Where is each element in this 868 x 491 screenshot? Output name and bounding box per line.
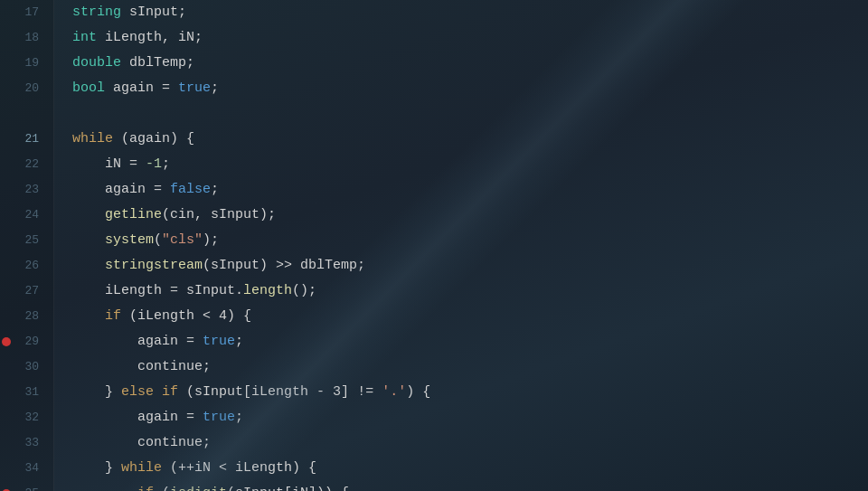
code-token: system xyxy=(105,228,154,253)
line-number xyxy=(0,101,44,127)
editor-window: 1718192021▸22232425262728293031323334353… xyxy=(0,0,868,491)
code-token: int xyxy=(72,25,97,51)
code-token: < xyxy=(203,304,211,329)
code-token: "cls" xyxy=(162,228,203,253)
line-number: 30 xyxy=(0,354,44,380)
code-content-area: string sInput;int iLength, iN;double dbl… xyxy=(54,0,868,491)
code-token xyxy=(72,481,137,491)
code-token: again xyxy=(105,76,162,101)
code-token: if xyxy=(137,481,154,491)
code-line: bool again = true; xyxy=(72,76,868,101)
line-number: 35 xyxy=(0,481,44,491)
line-number: 29 xyxy=(0,329,44,354)
code-token: = xyxy=(129,152,137,177)
code-token xyxy=(373,380,382,405)
code-token: length xyxy=(243,279,292,304)
code-token: (sInput) >> dblTemp; xyxy=(203,253,365,279)
code-line: if (iLength < 4) { xyxy=(72,304,868,329)
code-token: 4) { xyxy=(211,304,251,329)
code-token: (); xyxy=(292,279,316,304)
code-token: isdigit xyxy=(170,481,227,491)
code-line: getline(cin, sInput); xyxy=(72,203,868,228)
code-token: dblTemp; xyxy=(121,51,194,76)
code-token: ; xyxy=(211,177,219,203)
code-token: if xyxy=(162,380,178,405)
code-token: ); xyxy=(203,228,219,253)
code-token: iLength) { xyxy=(227,456,316,481)
code-token: = xyxy=(154,177,162,203)
code-token: if xyxy=(105,304,121,329)
code-token xyxy=(72,228,105,253)
code-token: -1 xyxy=(146,152,162,177)
code-token xyxy=(194,329,203,354)
code-token xyxy=(72,203,105,228)
line-number: 21▸ xyxy=(0,127,44,152)
code-token: getline xyxy=(105,203,162,228)
code-line: iLength = sInput.length(); xyxy=(72,279,868,304)
code-line: again = true; xyxy=(72,405,868,430)
code-line: iN = -1; xyxy=(72,152,868,177)
code-line xyxy=(72,101,868,127)
code-token: continue; xyxy=(72,354,211,380)
code-token: while xyxy=(121,456,162,481)
code-token: sInput. xyxy=(178,279,243,304)
code-token: (sInput[iN])) { xyxy=(227,481,349,491)
line-number: 33 xyxy=(0,430,44,456)
code-line: double dblTemp; xyxy=(72,51,868,76)
code-token: } xyxy=(72,456,121,481)
code-token: ; xyxy=(211,76,219,101)
code-token xyxy=(170,76,178,101)
line-number: 18 xyxy=(0,25,44,51)
line-number: 17 xyxy=(0,0,44,25)
code-line: system("cls"); xyxy=(72,228,868,253)
code-token: iLength, iN; xyxy=(97,25,203,51)
code-token: ; xyxy=(162,152,170,177)
code-line: int iLength, iN; xyxy=(72,25,868,51)
code-line: continue; xyxy=(72,430,868,456)
code-line: while (again) { xyxy=(72,127,868,152)
code-token: (sInput[iLength xyxy=(178,380,316,405)
code-token: string xyxy=(72,0,121,25)
code-token: = xyxy=(162,76,170,101)
code-token: ; xyxy=(235,405,243,430)
line-number: 20 xyxy=(0,76,44,101)
line-number: 26 xyxy=(0,253,44,279)
code-token: ( xyxy=(154,481,170,491)
code-token: stringstream xyxy=(105,253,203,279)
code-line: continue; xyxy=(72,354,868,380)
code-line: string sInput; xyxy=(72,0,868,25)
line-number: 22 xyxy=(0,152,44,177)
code-token: ( xyxy=(154,228,162,253)
code-token: - xyxy=(316,380,325,405)
breakpoint-marker[interactable] xyxy=(2,337,11,346)
code-token: false xyxy=(170,177,211,203)
code-token: bool xyxy=(72,76,105,101)
code-token: iN xyxy=(72,152,129,177)
code-token: ) { xyxy=(406,380,430,405)
code-token: again xyxy=(72,405,186,430)
code-token xyxy=(137,152,146,177)
code-token: = xyxy=(186,405,194,430)
code-token: 3] xyxy=(325,380,357,405)
code-token: (iLength xyxy=(121,304,203,329)
code-token: = xyxy=(170,279,178,304)
code-token: (++iN xyxy=(162,456,219,481)
code-token: (cin, sInput); xyxy=(162,203,276,228)
line-numbers-gutter: 1718192021▸22232425262728293031323334353… xyxy=(0,0,54,491)
code-line: } else if (sInput[iLength - 3] != '.') { xyxy=(72,380,868,405)
code-token xyxy=(162,177,170,203)
code-token: true xyxy=(203,405,235,430)
code-token: != xyxy=(357,380,373,405)
code-token: '.' xyxy=(382,380,406,405)
code-token: else xyxy=(121,380,154,405)
code-token: ; xyxy=(235,329,243,354)
line-number: 25 xyxy=(0,228,44,253)
line-number: 31 xyxy=(0,380,44,405)
code-token: continue; xyxy=(72,430,211,456)
code-token xyxy=(72,253,105,279)
code-line: again = true; xyxy=(72,329,868,354)
code-token: iLength xyxy=(72,279,170,304)
line-number: 34 xyxy=(0,456,44,481)
code-token: again xyxy=(72,177,154,203)
code-token: double xyxy=(72,51,121,76)
